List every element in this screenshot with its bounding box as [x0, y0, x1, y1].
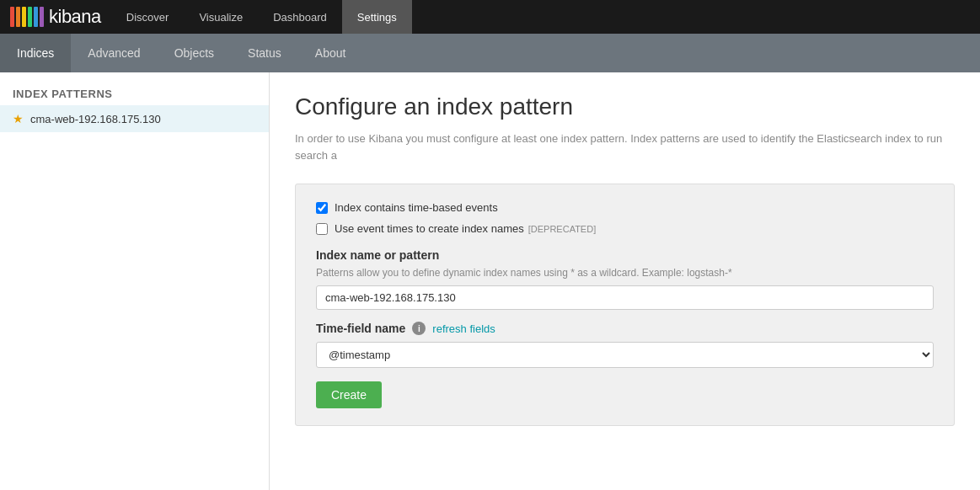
deprecated-badge: [DEPRECATED] [528, 224, 596, 234]
index-hint-text: Patterns allow you to define dynamic ind… [316, 267, 934, 279]
logo-bar-1 [10, 7, 14, 27]
nav-settings[interactable]: Settings [342, 0, 412, 34]
nav-discover[interactable]: Discover [111, 0, 185, 34]
page-title: Configure an index pattern [295, 93, 955, 120]
main-layout: Index Patterns ★ cma-web-192.168.175.130… [0, 72, 980, 490]
top-nav-links: Discover Visualize Dashboard Settings [111, 0, 412, 34]
event-times-label[interactable]: Use event times to create index names [335, 222, 524, 235]
app-logo-text: kibana [49, 6, 101, 28]
create-button[interactable]: Create [316, 381, 382, 408]
nav-visualize[interactable]: Visualize [184, 0, 258, 34]
logo-bars [10, 7, 44, 27]
logo-bar-2 [16, 7, 20, 27]
time-based-label[interactable]: Index contains time-based events [335, 201, 498, 214]
secondary-navigation: Indices Advanced Objects Status About [0, 34, 980, 72]
time-field-select[interactable]: @timestamp [316, 342, 934, 368]
sidebar-title: Index Patterns [0, 81, 269, 105]
time-based-checkbox[interactable] [316, 202, 328, 214]
nav-dashboard[interactable]: Dashboard [258, 0, 342, 34]
sidebar-index-pattern-item[interactable]: ★ cma-web-192.168.175.130 [0, 105, 269, 132]
logo-bar-4 [28, 7, 32, 27]
event-times-checkbox-row: Use event times to create index names [D… [316, 222, 934, 235]
event-times-checkbox[interactable] [316, 223, 328, 235]
sidebar-pattern-label: cma-web-192.168.175.130 [30, 113, 161, 125]
time-field-row: Time-field name i refresh fields [316, 322, 934, 335]
time-based-checkbox-row: Index contains time-based events [316, 201, 934, 214]
secondary-nav-advanced[interactable]: Advanced [71, 34, 157, 72]
logo-bar-5 [34, 7, 38, 27]
secondary-nav-indices[interactable]: Indices [0, 34, 71, 72]
page-description: In order to use Kibana you must configur… [295, 130, 955, 163]
refresh-fields-link[interactable]: refresh fields [432, 322, 495, 335]
secondary-nav-about[interactable]: About [298, 34, 363, 72]
index-pattern-input[interactable] [316, 285, 934, 310]
logo-bar-6 [40, 7, 44, 27]
config-box: Index contains time-based events Use eve… [295, 184, 955, 426]
secondary-nav-objects[interactable]: Objects [158, 34, 231, 72]
star-icon: ★ [13, 112, 24, 125]
info-icon[interactable]: i [412, 322, 426, 335]
logo-bar-3 [22, 7, 26, 27]
logo-area: kibana [0, 0, 111, 34]
index-name-section-label: Index name or pattern [316, 248, 934, 262]
secondary-nav-status[interactable]: Status [231, 34, 298, 72]
top-navigation: kibana Discover Visualize Dashboard Sett… [0, 0, 980, 34]
time-field-label: Time-field name [316, 322, 405, 335]
sidebar: Index Patterns ★ cma-web-192.168.175.130 [0, 72, 270, 490]
main-content: Configure an index pattern In order to u… [270, 72, 980, 490]
